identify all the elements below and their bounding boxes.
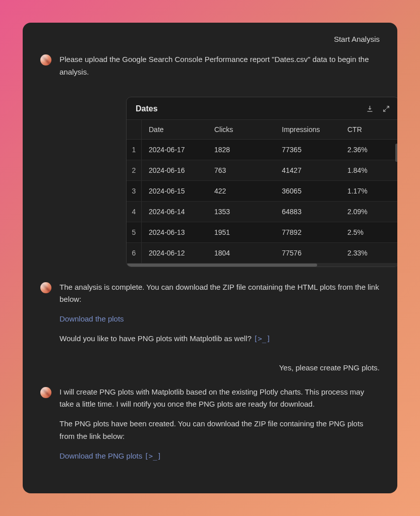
table-row[interactable]: 5 2024-06-13 1951 77892 2.5% <box>127 222 397 243</box>
cell-impressions: 64883 <box>277 202 342 222</box>
horizontal-scrollbar[interactable] <box>127 264 397 267</box>
assistant-message: The analysis is complete. You can downlo… <box>40 281 380 352</box>
cell-impressions: 77365 <box>277 140 342 160</box>
col-clicks-header[interactable]: Clicks <box>209 120 277 139</box>
cell-date: 2024-06-12 <box>142 243 209 263</box>
table-row[interactable]: 2 2024-06-16 763 41427 1.84% <box>127 160 397 181</box>
cell-date: 2024-06-17 <box>142 140 209 160</box>
scrollbar-thumb[interactable] <box>127 264 317 267</box>
chat-window: Start Analysis Please upload the Google … <box>23 23 397 493</box>
message-text: Please upload the Google Search Console … <box>59 53 380 86</box>
message-paragraph: Would you like to have PNG plots with Ma… <box>59 333 380 345</box>
cell-date: 2024-06-14 <box>142 202 209 222</box>
data-table: Date Clicks Impressions CTR 1 2024-06-17… <box>127 119 397 264</box>
download-plots-link[interactable]: Download the plots <box>59 314 124 323</box>
assistant-avatar <box>40 387 51 398</box>
cell-clicks: 422 <box>209 181 277 201</box>
download-png-plots-link[interactable]: Download the PNG plots [>_] <box>59 452 161 460</box>
table-row[interactable]: 3 2024-06-15 422 36065 1.17% <box>127 181 397 202</box>
table-scroll-wrap: Date Clicks Impressions CTR 1 2024-06-17… <box>127 119 397 267</box>
table-body: 1 2024-06-17 1828 77365 2.36% 2 2024-06-… <box>127 140 397 264</box>
cell-impressions: 77892 <box>277 222 342 242</box>
table-row[interactable]: 1 2024-06-17 1828 77365 2.36% <box>127 140 397 160</box>
table-actions <box>366 105 390 112</box>
col-index-header <box>127 120 142 139</box>
vertical-scrollbar[interactable] <box>395 144 397 162</box>
cell-ctr: 2.33% <box>342 243 397 263</box>
col-impressions-header[interactable]: Impressions <box>277 120 342 139</box>
message-paragraph: Please upload the Google Search Console … <box>59 53 380 79</box>
cell-clicks: 1951 <box>209 222 277 242</box>
cell-ctr: 2.5% <box>342 222 397 242</box>
data-table-card: Dates Date Clicks Impressions CTR <box>126 97 397 267</box>
message-text: The analysis is complete. You can downlo… <box>59 281 380 352</box>
cell-date: 2024-06-15 <box>142 181 209 201</box>
cell-clicks: 1353 <box>209 202 277 222</box>
assistant-avatar <box>40 54 51 66</box>
cell-clicks: 1828 <box>209 140 277 160</box>
cell-impressions: 41427 <box>277 160 342 180</box>
row-index: 1 <box>127 140 142 160</box>
table-header-bar: Dates <box>127 97 397 119</box>
expand-icon[interactable] <box>383 105 390 112</box>
code-hint-icon[interactable]: [>_] <box>254 335 271 343</box>
row-index: 2 <box>127 160 142 180</box>
row-index: 4 <box>127 202 142 222</box>
message-text-span: Would you like to have PNG plots with Ma… <box>59 334 254 343</box>
assistant-message: Please upload the Google Search Console … <box>40 53 380 86</box>
table-title: Dates <box>136 104 158 113</box>
link-text: Download the PNG plots <box>59 452 144 460</box>
cell-clicks: 1804 <box>209 243 277 263</box>
table-header-row: Date Clicks Impressions CTR <box>127 119 397 140</box>
row-index: 5 <box>127 222 142 242</box>
message-paragraph: The analysis is complete. You can downlo… <box>59 281 380 306</box>
assistant-avatar <box>40 282 51 293</box>
user-message: Yes, please create PNG plots. <box>40 361 380 386</box>
row-index: 3 <box>127 181 142 201</box>
cell-date: 2024-06-13 <box>142 222 209 242</box>
row-index: 6 <box>127 243 142 263</box>
cell-clicks: 763 <box>209 160 277 180</box>
download-icon[interactable] <box>366 105 374 112</box>
cell-ctr: 1.17% <box>342 181 397 201</box>
cell-ctr: 2.09% <box>342 202 397 222</box>
assistant-message: I will create PNG plots with Matplotlib … <box>40 386 380 470</box>
code-hint-icon: [>_] <box>144 452 161 460</box>
col-ctr-header[interactable]: CTR <box>342 120 397 139</box>
cell-impressions: 77576 <box>277 243 342 263</box>
start-analysis-button[interactable]: Start Analysis <box>40 34 380 53</box>
cell-ctr: 1.84% <box>342 160 397 180</box>
message-paragraph: The PNG plots have been created. You can… <box>59 418 380 443</box>
cell-date: 2024-06-16 <box>142 160 209 180</box>
message-text: I will create PNG plots with Matplotlib … <box>59 386 380 470</box>
cell-impressions: 36065 <box>277 181 342 201</box>
cell-ctr: 2.36% <box>342 140 397 160</box>
col-date-header[interactable]: Date <box>142 120 209 139</box>
table-row[interactable]: 4 2024-06-14 1353 64883 2.09% <box>127 202 397 222</box>
message-paragraph: I will create PNG plots with Matplotlib … <box>59 386 380 411</box>
table-row[interactable]: 6 2024-06-12 1804 77576 2.33% <box>127 243 397 264</box>
